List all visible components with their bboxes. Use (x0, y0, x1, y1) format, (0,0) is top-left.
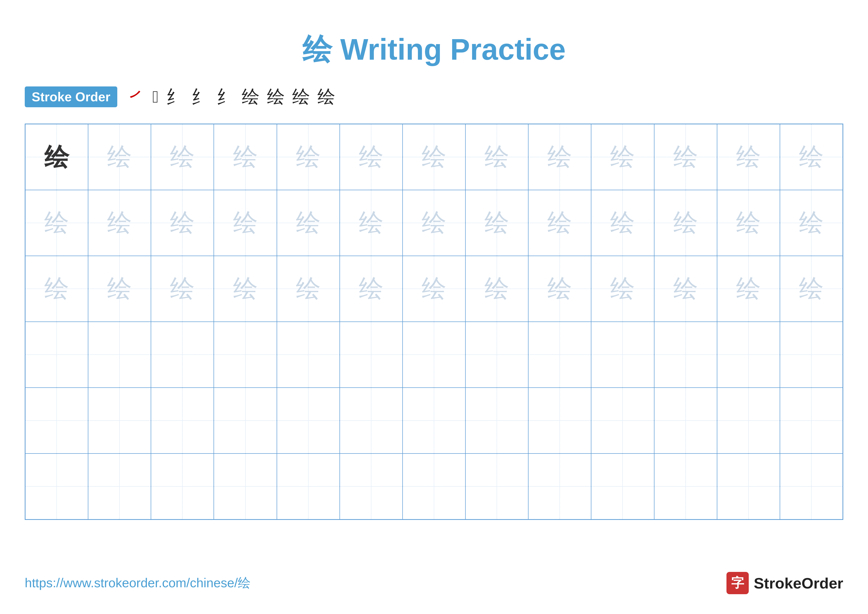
grid-cell[interactable]: 绘 (403, 190, 465, 256)
grid-cell[interactable] (717, 322, 780, 388)
grid-cell[interactable]: 绘 (277, 124, 340, 190)
grid-cell[interactable] (403, 322, 465, 388)
grid-cell[interactable] (717, 388, 780, 454)
grid-cell[interactable]: 绘 (25, 256, 88, 322)
grid-cell[interactable] (151, 454, 214, 519)
grid-cell[interactable] (277, 454, 340, 519)
grid-cell[interactable]: 绘 (780, 124, 843, 190)
grid-cell[interactable]: 绘 (654, 190, 717, 256)
stroke-order-chars: ㇒ 𠃌 纟 纟 纟 绘 绘 绘 绘 (127, 85, 335, 109)
stroke-char-8: 绘 (292, 85, 310, 109)
grid-cell[interactable]: 绘 (25, 190, 88, 256)
grid-cell[interactable]: 绘 (591, 190, 654, 256)
brand-icon: 字 (727, 572, 749, 594)
grid-cell[interactable] (591, 322, 654, 388)
stroke-char-4: 纟 (191, 85, 209, 109)
grid-cell[interactable]: 绘 (403, 256, 465, 322)
stroke-char-6: 绘 (242, 85, 260, 109)
title-text: Writing Practice (332, 33, 566, 66)
grid-cell[interactable] (214, 322, 277, 388)
stroke-char-5: 纟 (217, 85, 234, 109)
grid-cell[interactable] (780, 388, 843, 454)
grid-cell[interactable] (654, 388, 717, 454)
grid-cell[interactable]: 绘 (465, 190, 528, 256)
grid-cell[interactable] (277, 322, 340, 388)
grid-cell[interactable]: 绘 (528, 190, 591, 256)
grid-cell[interactable]: 绘 (528, 256, 591, 322)
grid-cell[interactable]: 绘 (340, 124, 403, 190)
grid-cell[interactable]: 绘 (214, 190, 277, 256)
grid-cell[interactable] (340, 322, 403, 388)
grid-cell[interactable]: 绘 (151, 124, 214, 190)
grid-cell[interactable]: 绘 (88, 190, 151, 256)
grid-cell[interactable]: 绘 (654, 256, 717, 322)
grid-cell[interactable] (465, 388, 528, 454)
grid-cell[interactable]: 绘 (214, 256, 277, 322)
grid-cell[interactable]: 绘 (340, 190, 403, 256)
page: 绘 Writing Practice Stroke Order ㇒ 𠃌 纟 纟 … (0, 0, 868, 614)
grid-cell[interactable]: 绘 (465, 124, 528, 190)
grid-cell[interactable]: 绘 (780, 256, 843, 322)
grid-cell[interactable]: 绘 (528, 124, 591, 190)
grid-cell[interactable] (340, 454, 403, 519)
grid-cell[interactable] (403, 388, 465, 454)
grid-cell[interactable]: 绘 (717, 256, 780, 322)
grid-cell[interactable]: 绘 (403, 124, 465, 190)
grid-cell[interactable]: 绘 (780, 190, 843, 256)
grid-cell[interactable]: 绘 (277, 190, 340, 256)
writing-grid: 绘绘绘绘绘绘绘绘绘绘绘绘绘绘绘绘绘绘绘绘绘绘绘绘绘绘绘绘绘绘绘绘绘绘绘绘绘绘绘 (25, 124, 843, 520)
page-title: 绘 Writing Practice (25, 30, 843, 70)
grid-cell[interactable]: 绘 (151, 256, 214, 322)
footer-url: https://www.strokeorder.com/chinese/绘 (25, 574, 251, 592)
grid-cell[interactable] (780, 322, 843, 388)
stroke-order-badge: Stroke Order (25, 86, 117, 107)
footer: https://www.strokeorder.com/chinese/绘 字 … (25, 572, 843, 594)
grid-cell[interactable] (88, 322, 151, 388)
grid-cell[interactable] (340, 388, 403, 454)
stroke-char-1: ㇒ (127, 85, 145, 109)
grid-cell[interactable]: 绘 (717, 190, 780, 256)
grid-cell[interactable] (465, 322, 528, 388)
grid-cell[interactable]: 绘 (151, 190, 214, 256)
grid-cell[interactable] (88, 388, 151, 454)
grid-cell[interactable] (277, 388, 340, 454)
grid-cell[interactable] (717, 454, 780, 519)
grid-cell[interactable] (591, 454, 654, 519)
grid-cell[interactable] (25, 454, 88, 519)
brand-name: StrokeOrder (754, 574, 843, 592)
grid-cell[interactable]: 绘 (591, 256, 654, 322)
grid-cell[interactable] (528, 322, 591, 388)
stroke-order-row: Stroke Order ㇒ 𠃌 纟 纟 纟 绘 绘 绘 绘 (25, 85, 843, 109)
footer-brand: 字 StrokeOrder (727, 572, 843, 594)
grid-cell[interactable] (591, 388, 654, 454)
grid-cell[interactable] (528, 454, 591, 519)
grid-cell[interactable] (151, 388, 214, 454)
grid-cell[interactable]: 绘 (88, 256, 151, 322)
grid-cell[interactable] (151, 322, 214, 388)
grid-cell[interactable]: 绘 (717, 124, 780, 190)
stroke-char-7: 绘 (267, 85, 285, 109)
grid-cell[interactable] (654, 454, 717, 519)
grid-cell[interactable] (214, 388, 277, 454)
grid-cell[interactable] (654, 322, 717, 388)
grid-cell[interactable] (528, 388, 591, 454)
stroke-char-2: 𠃌 (152, 87, 159, 107)
grid-cell[interactable] (465, 454, 528, 519)
grid-cell[interactable]: 绘 (214, 124, 277, 190)
grid-cell[interactable] (403, 454, 465, 519)
grid-cell[interactable] (780, 454, 843, 519)
grid-cell[interactable] (25, 388, 88, 454)
title-chinese-char: 绘 (302, 33, 332, 66)
grid-cell[interactable]: 绘 (88, 124, 151, 190)
grid-cell[interactable]: 绘 (591, 124, 654, 190)
grid-cell[interactable] (88, 454, 151, 519)
grid-cell[interactable] (214, 454, 277, 519)
grid-cell[interactable]: 绘 (25, 124, 88, 190)
stroke-char-9: 绘 (318, 85, 335, 109)
grid-cell[interactable]: 绘 (277, 256, 340, 322)
stroke-char-3: 纟 (166, 85, 184, 109)
grid-cell[interactable]: 绘 (465, 256, 528, 322)
grid-cell[interactable]: 绘 (654, 124, 717, 190)
grid-cell[interactable] (25, 322, 88, 388)
grid-cell[interactable]: 绘 (340, 256, 403, 322)
